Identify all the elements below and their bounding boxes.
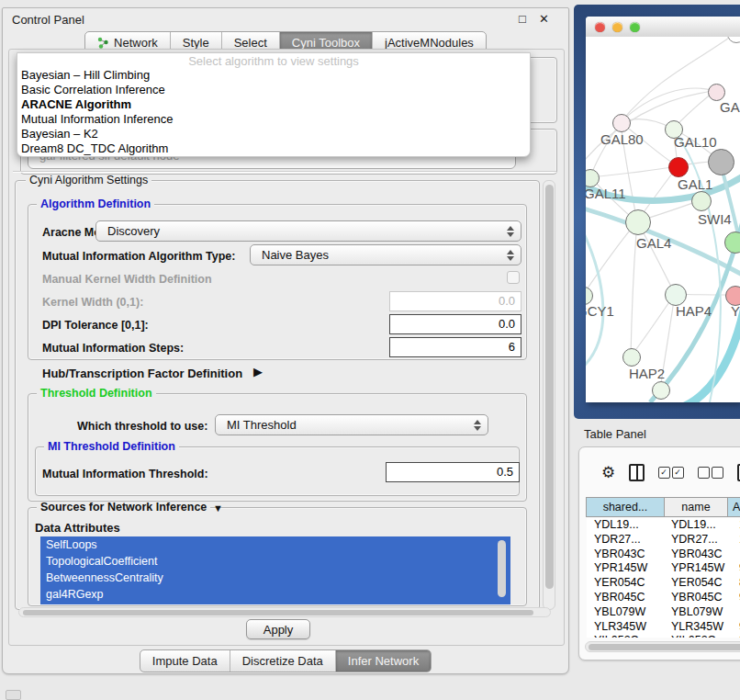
column-header-clipped[interactable]: A	[728, 498, 740, 516]
bottom-tabbar: Impute Data Discretize Data Infer Networ…	[2, 649, 569, 672]
combo-stepper-icon	[506, 226, 515, 237]
dropdown-item[interactable]: Bayesian – K2	[17, 127, 530, 141]
list-item[interactable]: SelfLoops	[40, 536, 510, 553]
zoom-traffic-light-icon[interactable]	[630, 22, 640, 32]
dropdown-item[interactable]: Basic Correlation Inference	[17, 83, 530, 97]
cell-shared-name: YBR045C	[587, 591, 671, 605]
node-label: SWI4	[698, 211, 732, 227]
tab-infer-network-label: Infer Network	[348, 654, 419, 668]
settings-scrollbar-thumb[interactable]	[545, 185, 554, 589]
sources-title: Sources for Network Inference	[37, 502, 210, 514]
apply-button[interactable]: Apply	[246, 619, 310, 639]
close-window-icon[interactable]: ✕	[539, 13, 549, 26]
cell-name: YBR045C	[671, 591, 734, 605]
collapse-arrow-icon[interactable]: ▼	[213, 502, 223, 514]
network-node[interactable]	[612, 114, 631, 132]
manual-kernel-width-checkbox[interactable]	[507, 271, 520, 284]
node-label: GAL4	[636, 235, 671, 251]
network-node[interactable]	[708, 149, 734, 175]
dpi-tolerance-label: DPI Tolerance [0,1]:	[42, 319, 149, 332]
float-window-icon[interactable]: □	[519, 13, 526, 26]
node-label: GAL10	[674, 134, 717, 150]
tab-infer-network[interactable]: Infer Network	[336, 650, 431, 672]
cell-value: 12	[734, 533, 740, 548]
aracne-mode-combo[interactable]: Discovery	[95, 220, 521, 242]
node-label: Y	[731, 303, 740, 319]
table-row[interactable]: YBR045C YBR045C 9.	[587, 591, 740, 605]
dropdown-item[interactable]: Mutual Information Inference	[17, 112, 530, 127]
manual-kernel-width-label: Manual Kernel Width Definition	[42, 273, 212, 286]
settings-hscrollbar[interactable]	[18, 607, 551, 617]
settings-scrollbar[interactable]	[543, 180, 555, 610]
list-scrollbar-thumb[interactable]	[498, 540, 506, 597]
new-table-icon[interactable]	[737, 464, 740, 481]
checked-pair-icon[interactable]: ✓ ✓	[658, 467, 684, 479]
network-node-selected[interactable]	[668, 157, 689, 177]
table-row[interactable]: YDR27... YDR27... 12	[587, 533, 740, 548]
data-attributes-list[interactable]: SelfLoops TopologicalCoefficient Between…	[40, 536, 510, 604]
node-label: GCY1	[586, 303, 614, 319]
table-panel: ⚙ ✓ ✓ shared... name A YDL19... YDL19...…	[578, 446, 740, 660]
mi-threshold-field[interactable]: 0.5	[386, 462, 520, 482]
algorithm-definition-title: Algorithm Definition	[37, 198, 154, 210]
which-threshold-combo[interactable]: MI Threshold	[215, 414, 488, 435]
network-node[interactable]	[724, 231, 740, 254]
table-hscrollbar[interactable]	[585, 641, 740, 652]
columns-icon[interactable]	[629, 464, 644, 481]
expand-arrow-icon[interactable]: ▶	[253, 365, 263, 378]
tab-impute-data-label: Impute Data	[152, 654, 218, 668]
dropdown-item[interactable]: Bayesian – Hill Climbing	[17, 68, 530, 83]
network-icon	[97, 37, 109, 49]
close-traffic-light-icon[interactable]	[595, 22, 605, 32]
list-item[interactable]: BetweennessCentrality	[40, 570, 510, 586]
gear-icon[interactable]: ⚙	[601, 463, 615, 482]
mi-algorithm-type-label: Mutual Information Algorithm Type:	[42, 250, 235, 263]
checkbox-checked-icon: ✓	[658, 467, 670, 479]
unchecked-pair-icon[interactable]	[698, 467, 723, 479]
list-item[interactable]: TopologicalCoefficient	[40, 553, 510, 570]
table-row[interactable]: YBR043C YBR043C	[587, 548, 740, 562]
cell-name: YDR27...	[671, 533, 734, 548]
table-row[interactable]: YDL19... YDL19... 13	[587, 518, 740, 533]
tab-network-label: Network	[114, 36, 158, 50]
column-header-name[interactable]: name	[665, 498, 728, 516]
settings-hscrollbar-thumb[interactable]	[23, 610, 533, 615]
dropdown-placeholder: Select algorithm to view settings	[17, 54, 530, 68]
cell-shared-name: YLR345W	[587, 620, 671, 635]
network-canvas[interactable]: GAL GAL80 GAL10 GAL1 GAL11 SWI4 GAL4 GCY…	[586, 37, 740, 402]
tab-impute-data[interactable]: Impute Data	[140, 650, 230, 672]
dropdown-item-selected[interactable]: ARACNE Algorithm	[17, 97, 530, 112]
kernel-width-field[interactable]: 0.0	[389, 291, 521, 311]
table-row[interactable]: YBL079W YBL079W	[587, 605, 740, 620]
minimize-traffic-light-icon[interactable]	[612, 22, 622, 32]
cell-shared-name: YER054C	[587, 576, 671, 591]
cyni-algorithm-settings-title: Cyni Algorithm Settings	[26, 175, 151, 186]
list-item[interactable]: gal4RGexp	[40, 586, 510, 603]
combo-stepper-icon	[473, 420, 482, 431]
cell-shared-name: YIL052C	[587, 634, 671, 638]
mi-steps-field[interactable]: 6	[389, 337, 521, 357]
table-row[interactable]: YIL052C YIL052C 9	[587, 634, 740, 638]
network-node[interactable]	[691, 191, 712, 211]
tab-cyni-toolbox-label: Cyni Toolbox	[292, 36, 360, 50]
mi-threshold-label: Mutual Information Threshold:	[42, 468, 208, 480]
table-row[interactable]: YLR345W YLR345W 9.	[587, 620, 740, 635]
tab-discretize-data[interactable]: Discretize Data	[230, 650, 336, 672]
cell-shared-name: YBR043C	[587, 548, 671, 562]
cell-value: 9.	[734, 591, 740, 605]
mi-algorithm-type-combo[interactable]: Naive Bayes	[250, 244, 521, 265]
threshold-definition-title: Threshold Definition	[37, 388, 156, 400]
network-node[interactable]	[622, 348, 641, 367]
table-hscrollbar-thumb[interactable]	[589, 644, 740, 650]
table-toolbar: ⚙ ✓ ✓	[579, 455, 740, 490]
cell-name: YLR345W	[671, 620, 734, 635]
table-row[interactable]: YER054C YER054C 8.	[587, 576, 740, 591]
table-row[interactable]: YPR145W YPR145W 9.	[587, 561, 740, 576]
hub-definition-label[interactable]: Hub/Transcription Factor Definition	[42, 367, 242, 380]
network-node[interactable]	[652, 381, 670, 400]
table-body[interactable]: YDL19... YDL19... 13 YDR27... YDR27... 1…	[587, 518, 740, 638]
network-node[interactable]	[625, 209, 651, 235]
dropdown-item[interactable]: Dream8 DC_TDC Algorithm	[17, 141, 530, 156]
column-header-shared-name[interactable]: shared...	[587, 498, 665, 516]
dpi-tolerance-field[interactable]: 0.0	[389, 314, 521, 334]
